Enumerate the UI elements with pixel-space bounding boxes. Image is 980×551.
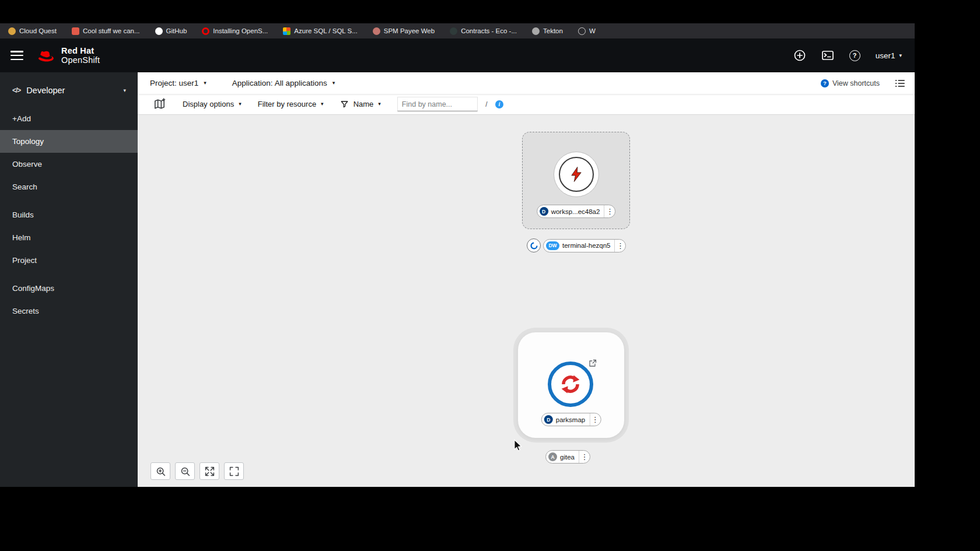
- expand-arrows-icon: [204, 466, 215, 477]
- gitea-application-group[interactable]: A gitea ⋮: [545, 450, 590, 464]
- terminal-node-label[interactable]: DW terminal-hezqn5 ⋮: [543, 239, 626, 252]
- bookmarks-bar: Cloud Quest Cool stuff we can... GitHub …: [0, 23, 915, 38]
- masthead-actions: ? user1 ▾: [793, 49, 902, 62]
- filter-by-resource-dropdown[interactable]: Filter by resource ▾: [258, 100, 324, 108]
- globe-favicon: [578, 27, 586, 35]
- context-bar: Project: user1 ▾ Application: All applic…: [138, 72, 915, 94]
- topology-canvas[interactable]: D worksp...ec48a2 ⋮ DW terminal-hezqn5: [138, 115, 915, 487]
- brand-line-1: Red Hat: [61, 46, 100, 55]
- info-icon[interactable]: i: [495, 100, 503, 108]
- mouse-cursor: [513, 439, 523, 452]
- sidebar-nav: +Add Topology Observe Search Builds Helm…: [0, 107, 138, 322]
- sidebar-item-label: ConfigMaps: [12, 284, 54, 293]
- bookmark-installing-openshift[interactable]: Installing OpenS...: [202, 27, 268, 35]
- bookmark-github[interactable]: GitHub: [155, 27, 187, 35]
- workspace-node-name: worksp...ec48a2: [551, 208, 600, 215]
- deployment-badge: D: [544, 415, 553, 424]
- reset-view-button[interactable]: [224, 462, 244, 480]
- main-content: Project: user1 ▾ Application: All applic…: [138, 72, 915, 487]
- bookmark-contracts[interactable]: Contracts - Eco -...: [450, 27, 517, 35]
- redhat-openshift-logo[interactable]: Red Hat OpenShift: [36, 46, 100, 65]
- zoom-out-button[interactable]: [175, 462, 195, 480]
- bookmark-cool-stuff[interactable]: Cool stuff we can...: [72, 27, 140, 35]
- username: user1: [876, 51, 895, 60]
- brand-line-2: OpenShift: [61, 55, 100, 65]
- gitea-node-label[interactable]: A gitea ⋮: [545, 450, 590, 464]
- sidebar-item-observe[interactable]: Observe: [0, 153, 138, 176]
- fullscreen-brackets-icon: [229, 466, 240, 477]
- perspective-switcher[interactable]: </> Developer ▾: [0, 80, 138, 100]
- sidebar-item-label: +Add: [12, 114, 31, 123]
- application-dropdown[interactable]: Application: All applications ▾: [232, 79, 335, 87]
- workspace-node-label[interactable]: D worksp...ec48a2 ⋮: [537, 205, 616, 218]
- list-icon: [894, 78, 905, 89]
- bookmark-w[interactable]: W: [578, 27, 596, 35]
- display-options-dropdown[interactable]: Display options ▾: [183, 100, 242, 108]
- sidebar-item-label: Builds: [12, 210, 34, 219]
- kebab-menu-icon[interactable]: ⋮: [589, 413, 600, 426]
- export-application-button[interactable]: [153, 97, 166, 111]
- brand-wordmark: Red Hat OpenShift: [61, 46, 100, 65]
- chevron-down-icon: ▾: [239, 101, 242, 107]
- user-menu[interactable]: user1 ▾: [876, 51, 902, 60]
- display-options-label: Display options: [183, 100, 234, 108]
- kebab-menu-icon[interactable]: ⋮: [604, 205, 615, 217]
- kebab-menu-icon[interactable]: ⋮: [579, 451, 590, 463]
- sidebar-item-builds[interactable]: Builds: [0, 203, 138, 226]
- topology-toolbar: Display options ▾ Filter by resource ▾ N…: [138, 94, 915, 115]
- canvas-controls: [150, 462, 244, 480]
- plus-circle-icon: [793, 49, 806, 62]
- sidebar-item-search[interactable]: Search: [0, 176, 138, 198]
- sidebar-item-project[interactable]: Project: [0, 249, 138, 272]
- bookmark-spm-payee-web[interactable]: SPM Payee Web: [373, 27, 435, 35]
- developer-sidebar: </> Developer ▾ +Add Topology Observe Se…: [0, 72, 138, 487]
- parksmap-deployment-node[interactable]: D parksmap ⋮: [518, 332, 624, 438]
- terminal-node-name: terminal-hezqn5: [562, 242, 610, 249]
- open-url-decorator[interactable]: [588, 359, 597, 368]
- sidebar-item-secrets[interactable]: Secrets: [0, 300, 138, 322]
- zoom-in-button[interactable]: [150, 462, 170, 480]
- bookmark-azure-sql[interactable]: Azure SQL / SQL S...: [283, 27, 357, 35]
- filter-type-dropdown[interactable]: Name ▾: [340, 100, 381, 108]
- bookmark-tekton[interactable]: Tekton: [532, 27, 563, 35]
- parksmap-node-label[interactable]: D parksmap ⋮: [541, 413, 601, 426]
- hamburger-menu-icon[interactable]: [10, 51, 23, 60]
- parksmap-node-name: parksmap: [556, 416, 586, 423]
- azure-favicon: [283, 27, 290, 35]
- parksmap-node-circle[interactable]: [548, 362, 593, 407]
- perspective-label: Developer: [26, 86, 65, 95]
- quick-create-button[interactable]: [793, 49, 806, 62]
- chevron-down-icon: ▾: [332, 80, 335, 86]
- bookmark-label: Cloud Quest: [19, 27, 57, 34]
- list-view-toggle-button[interactable]: [894, 78, 905, 89]
- web-terminal-button[interactable]: [821, 49, 834, 62]
- find-by-name-input[interactable]: [397, 97, 478, 111]
- workspace-node-ring: [559, 157, 594, 192]
- redhat-hat-icon: [36, 49, 56, 62]
- bookmark-label: Installing OpenS...: [213, 27, 268, 34]
- terminal-node-circle[interactable]: [527, 238, 541, 252]
- bookmark-label: Tekton: [543, 27, 563, 34]
- github-favicon: [155, 27, 163, 35]
- filter-type-label: Name: [354, 100, 374, 108]
- zoom-out-icon: [180, 466, 191, 477]
- sidebar-item-helm[interactable]: Helm: [0, 226, 138, 249]
- slash-shortcut-hint: /: [482, 100, 491, 108]
- kebab-menu-icon[interactable]: ⋮: [614, 240, 625, 252]
- sidebar-item-add[interactable]: +Add: [0, 107, 138, 130]
- bookmark-cloud-quest[interactable]: Cloud Quest: [8, 27, 57, 35]
- help-button[interactable]: ?: [849, 50, 860, 61]
- question-circle-icon: ?: [849, 50, 860, 61]
- workspace-deployment-node[interactable]: D worksp...ec48a2 ⋮: [522, 132, 630, 229]
- terminal-devworkspace-node[interactable]: DW terminal-hezqn5 ⋮: [527, 238, 626, 252]
- sidebar-item-configmaps[interactable]: ConfigMaps: [0, 277, 138, 300]
- parksmap-app-icon: [558, 371, 583, 397]
- workspace-node-circle[interactable]: [554, 152, 599, 197]
- fit-to-screen-button[interactable]: [200, 462, 219, 480]
- bookmark-label: GitHub: [166, 27, 187, 34]
- sidebar-item-label: Search: [12, 183, 37, 191]
- sidebar-item-topology[interactable]: Topology: [0, 130, 138, 153]
- sidebar-item-label: Helm: [12, 233, 31, 242]
- view-shortcuts-button[interactable]: ? View shortcuts: [821, 79, 880, 87]
- project-dropdown[interactable]: Project: user1 ▾: [150, 79, 206, 87]
